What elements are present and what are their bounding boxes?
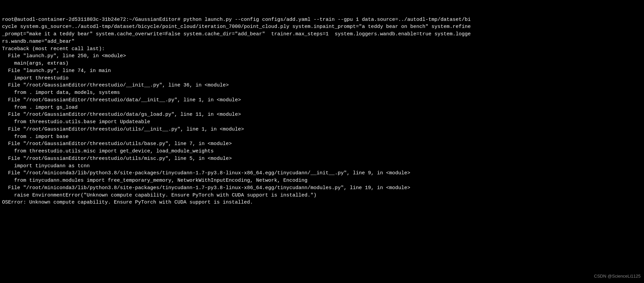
terminal-line: OSError: Unknown compute capability. Ens…	[2, 199, 642, 206]
terminal-line: from tinycudann.modules import free_temp…	[2, 177, 642, 184]
terminal-line: rs.wandb.name="add_bear"	[2, 38, 642, 45]
terminal-line: main(args, extras)	[2, 60, 642, 67]
terminal-line: from threestudio.utils.misc import get_d…	[2, 148, 642, 155]
terminal-line: File "/root/GaussianEditor/threestudio/u…	[2, 155, 642, 163]
terminal-line: File "/root/GaussianEditor/threestudio/d…	[2, 97, 642, 104]
terminal-line: File "/root/GaussianEditor/threestudio/u…	[2, 126, 642, 133]
terminal-line: Traceback (most recent call last):	[2, 45, 642, 53]
terminal-line: from . import gs_load	[2, 104, 642, 111]
terminal-line: _prompt="make it a teddy bear" system.ca…	[2, 31, 642, 38]
terminal-line: File "/root/GaussianEditor/threestudio/d…	[2, 111, 642, 118]
terminal-window: root@autodl-container-2d5311803c-31b24e7…	[0, 0, 644, 283]
terminal-line: File "launch.py", line 74, in main	[2, 67, 642, 75]
terminal-line: raise EnvironmentError("Unknown compute …	[2, 192, 642, 199]
terminal-line: File "/root/miniconda3/lib/python3.8/sit…	[2, 170, 642, 177]
terminal-line: cycle system.gs_source=../autodl-tmp/dat…	[2, 23, 642, 31]
terminal-line: from . import base	[2, 133, 642, 141]
terminal-line: File "launch.py", line 250, in <module>	[2, 52, 642, 60]
terminal-line: import threestudio	[2, 75, 642, 82]
terminal-line: import tinycudann as tcnn	[2, 163, 642, 170]
terminal-line: from . import data, models, systems	[2, 89, 642, 97]
terminal-line: File "/root/miniconda3/lib/python3.8/sit…	[2, 184, 642, 192]
watermark: CSDN @ScienceLi1125	[594, 273, 641, 280]
terminal-line: File "/root/GaussianEditor/threestudio/u…	[2, 140, 642, 148]
terminal-content: root@autodl-container-2d5311803c-31b24e7…	[2, 1, 642, 206]
terminal-line: root@autodl-container-2d5311803c-31b24e7…	[2, 16, 642, 24]
terminal-line: from threestudio.utils.base import Updat…	[2, 118, 642, 126]
terminal-line: File "/root/GaussianEditor/threestudio/_…	[2, 82, 642, 89]
